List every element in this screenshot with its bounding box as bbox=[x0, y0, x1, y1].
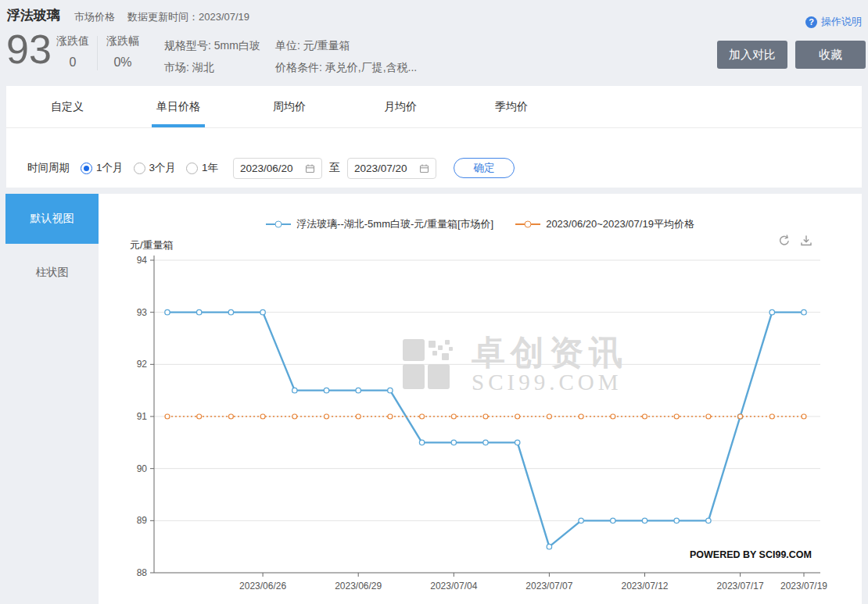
update-time: 数据更新时间：2023/07/19 bbox=[127, 10, 249, 24]
sidebar-item-bar-chart[interactable]: 柱状图 bbox=[5, 263, 99, 281]
tab-weekly-avg[interactable]: 周均价 bbox=[252, 86, 327, 127]
current-price: 93 bbox=[6, 27, 52, 72]
radio-3-month[interactable]: 3个月 bbox=[134, 161, 177, 175]
page-title: 浮法玻璃 bbox=[7, 6, 60, 24]
svg-text:2023/07/17: 2023/07/17 bbox=[717, 581, 764, 591]
svg-text:91: 91 bbox=[137, 411, 148, 422]
date-to-label: 至 bbox=[329, 161, 340, 175]
calendar-icon bbox=[419, 163, 429, 173]
sidebar-item-default-view[interactable]: 默认视图 bbox=[5, 194, 99, 244]
market-label: 市场: 湖北 bbox=[164, 56, 260, 78]
svg-text:92: 92 bbox=[137, 359, 148, 370]
svg-text:94: 94 bbox=[137, 255, 148, 266]
change-value: 0 bbox=[56, 55, 89, 70]
spec-label: 规格型号: 5mm白玻 bbox=[164, 34, 260, 56]
start-date-value: 2023/06/20 bbox=[240, 163, 293, 174]
radio-1-year[interactable]: 1年 bbox=[186, 161, 218, 175]
powered-by-text: POWERED BY SCI99.COM bbox=[690, 549, 812, 560]
svg-text:2023/07/07: 2023/07/07 bbox=[525, 581, 572, 591]
radio-selected-icon bbox=[81, 163, 92, 174]
divider bbox=[97, 36, 98, 70]
chart-card: 浮法玻璃--湖北-5mm白玻-元/重量箱[市场价] 2023/06/20~202… bbox=[99, 194, 862, 604]
start-date-input[interactable]: 2023/06/20 bbox=[233, 158, 322, 179]
spec-market-block: 规格型号: 5mm白玻 市场: 湖北 bbox=[164, 34, 260, 78]
update-time-label: 数据更新时间： bbox=[127, 11, 199, 23]
axes: 888990919293942023/06/262023/06/292023/0… bbox=[137, 255, 828, 591]
svg-text:2023/07/04: 2023/07/04 bbox=[430, 581, 477, 591]
market-type-label: 市场价格 bbox=[74, 10, 115, 24]
tab-bar: 自定义 单日价格 周均价 月均价 季均价 bbox=[6, 86, 862, 128]
change-pct-value: 0% bbox=[106, 55, 139, 70]
svg-text:2023/06/29: 2023/06/29 bbox=[335, 581, 382, 591]
tab-quarterly-avg[interactable]: 季均价 bbox=[474, 86, 549, 127]
radio-1-year-label: 1年 bbox=[202, 161, 218, 175]
period-label: 时间周期 bbox=[27, 161, 70, 175]
end-date-input[interactable]: 2023/07/20 bbox=[347, 158, 436, 179]
svg-text:2023/07/19: 2023/07/19 bbox=[780, 581, 827, 591]
condition-label: 价格条件: 承兑价,厂提,含税... bbox=[275, 56, 417, 78]
svg-text:2023/06/26: 2023/06/26 bbox=[239, 581, 286, 591]
change-value-label: 涨跌值 bbox=[56, 34, 89, 47]
svg-text:2023/07/12: 2023/07/12 bbox=[621, 581, 668, 591]
tabs-filter-card: 自定义 单日价格 周均价 月均价 季均价 时间周期 1个月 3个月 1年 202… bbox=[6, 86, 862, 188]
series-average bbox=[165, 414, 806, 419]
series-price bbox=[165, 309, 806, 549]
radio-icon bbox=[134, 163, 145, 174]
radio-1-month[interactable]: 1个月 bbox=[81, 161, 124, 175]
price-chart[interactable]: 888990919293942023/06/262023/06/292023/0… bbox=[99, 194, 862, 604]
update-time-value: 2023/07/19 bbox=[199, 11, 249, 23]
help-label: 操作说明 bbox=[821, 15, 862, 29]
question-icon: ? bbox=[805, 16, 817, 28]
svg-text:93: 93 bbox=[137, 307, 148, 318]
tab-monthly-avg[interactable]: 月均价 bbox=[363, 86, 438, 127]
radio-3-month-label: 3个月 bbox=[149, 161, 177, 175]
change-value-block: 涨跌值 0 bbox=[56, 34, 89, 70]
unit-label: 单位: 元/重量箱 bbox=[275, 34, 417, 56]
radio-icon bbox=[186, 163, 198, 174]
add-compare-button[interactable]: 加入对比 bbox=[717, 41, 787, 69]
radio-1-month-label: 1个月 bbox=[96, 161, 124, 175]
calendar-icon bbox=[305, 163, 315, 173]
tab-daily-price[interactable]: 单日价格 bbox=[141, 86, 216, 127]
svg-text:90: 90 bbox=[137, 463, 148, 474]
help-link[interactable]: ? 操作说明 bbox=[805, 15, 862, 29]
end-date-value: 2023/07/20 bbox=[354, 163, 407, 174]
svg-text:89: 89 bbox=[137, 515, 148, 526]
change-pct-label: 涨跌幅 bbox=[106, 34, 139, 47]
confirm-button[interactable]: 确定 bbox=[454, 158, 515, 178]
time-filter-row: 时间周期 1个月 3个月 1年 2023/06/20 至 2023/07/20 bbox=[27, 149, 515, 187]
change-pct-block: 涨跌幅 0% bbox=[106, 34, 139, 70]
favorite-button[interactable]: 收藏 bbox=[795, 41, 866, 69]
svg-text:88: 88 bbox=[137, 567, 148, 578]
tab-custom[interactable]: 自定义 bbox=[30, 86, 105, 127]
unit-condition-block: 单位: 元/重量箱 价格条件: 承兑价,厂提,含税... bbox=[275, 34, 417, 78]
